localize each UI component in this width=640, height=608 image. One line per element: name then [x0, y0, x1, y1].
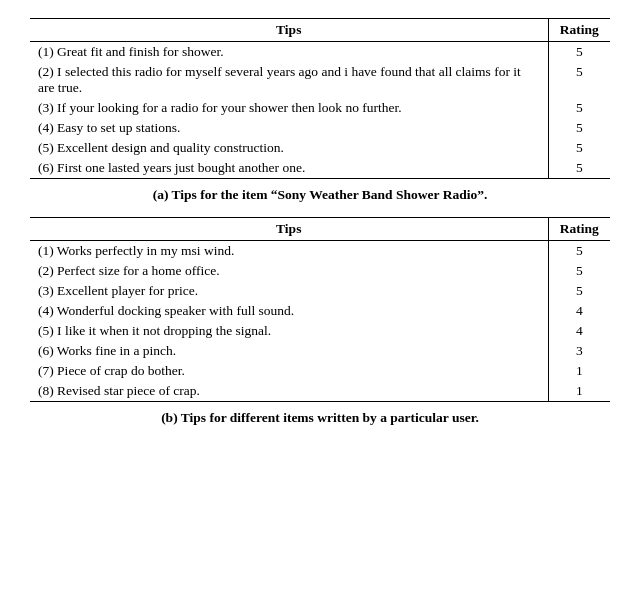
rating-cell: 4 — [548, 301, 610, 321]
table-row: (1) Works perfectly in my msi wind.5 — [30, 241, 610, 262]
tip-cell: (4) Wonderful docking speaker with full … — [30, 301, 548, 321]
tip-cell: (2) Perfect size for a home office. — [30, 261, 548, 281]
rating-cell: 1 — [548, 381, 610, 402]
table-row: (2) I selected this radio for myself sev… — [30, 62, 610, 98]
table-row: (3) Excellent player for price.5 — [30, 281, 610, 301]
table-row: (2) Perfect size for a home office.5 — [30, 261, 610, 281]
table-b-tips-header: Tips — [30, 218, 548, 241]
rating-cell: 1 — [548, 361, 610, 381]
table-row: (3) If your looking for a radio for your… — [30, 98, 610, 118]
rating-cell: 5 — [548, 261, 610, 281]
rating-cell: 5 — [548, 281, 610, 301]
table-a-caption: (a) Tips for the item “Sony Weather Band… — [30, 187, 610, 203]
table-row: (4) Wonderful docking speaker with full … — [30, 301, 610, 321]
rating-cell: 5 — [548, 158, 610, 179]
tip-cell: (3) Excellent player for price. — [30, 281, 548, 301]
table-b-caption: (b) Tips for different items written by … — [30, 410, 610, 426]
rating-cell: 5 — [548, 118, 610, 138]
table-b: Tips Rating (1) Works perfectly in my ms… — [30, 217, 610, 402]
table-b-section: Tips Rating (1) Works perfectly in my ms… — [30, 217, 610, 426]
tip-cell: (5) I like it when it not dropping the s… — [30, 321, 548, 341]
tip-cell: (1) Works perfectly in my msi wind. — [30, 241, 548, 262]
rating-cell: 5 — [548, 98, 610, 118]
tip-cell: (4) Easy to set up stations. — [30, 118, 548, 138]
table-row: (5) I like it when it not dropping the s… — [30, 321, 610, 341]
tip-cell: (6) Works fine in a pinch. — [30, 341, 548, 361]
table-row: (6) Works fine in a pinch.3 — [30, 341, 610, 361]
table-b-rating-header: Rating — [548, 218, 610, 241]
table-row: (7) Piece of crap do bother.1 — [30, 361, 610, 381]
tip-cell: (1) Great fit and finish for shower. — [30, 42, 548, 63]
rating-cell: 5 — [548, 42, 610, 63]
table-a-tips-header: Tips — [30, 19, 548, 42]
rating-cell: 3 — [548, 341, 610, 361]
tip-cell: (7) Piece of crap do bother. — [30, 361, 548, 381]
table-row: (6) First one lasted years just bought a… — [30, 158, 610, 179]
rating-cell: 5 — [548, 241, 610, 262]
tip-cell: (2) I selected this radio for myself sev… — [30, 62, 548, 98]
rating-cell: 4 — [548, 321, 610, 341]
table-a-rating-header: Rating — [548, 19, 610, 42]
table-row: (8) Revised star piece of crap.1 — [30, 381, 610, 402]
table-row: (5) Excellent design and quality constru… — [30, 138, 610, 158]
table-a-caption-text: (a) Tips for the item “Sony Weather Band… — [153, 187, 488, 202]
table-row: (4) Easy to set up stations.5 — [30, 118, 610, 138]
tip-cell: (3) If your looking for a radio for your… — [30, 98, 548, 118]
table-row: (1) Great fit and finish for shower.5 — [30, 42, 610, 63]
table-a-section: Tips Rating (1) Great fit and finish for… — [30, 18, 610, 203]
table-b-caption-text: (b) Tips for different items written by … — [161, 410, 479, 425]
tip-cell: (5) Excellent design and quality constru… — [30, 138, 548, 158]
table-a: Tips Rating (1) Great fit and finish for… — [30, 18, 610, 179]
rating-cell: 5 — [548, 62, 610, 98]
tip-cell: (8) Revised star piece of crap. — [30, 381, 548, 402]
rating-cell: 5 — [548, 138, 610, 158]
tip-cell: (6) First one lasted years just bought a… — [30, 158, 548, 179]
